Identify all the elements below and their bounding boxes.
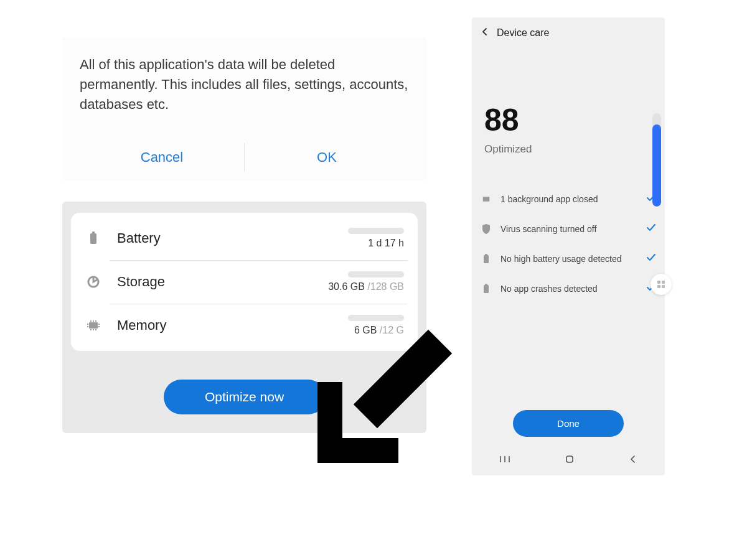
home-icon — [565, 454, 575, 464]
back-button[interactable] — [481, 27, 489, 39]
battery-row[interactable]: Battery 1 d 17 h — [73, 217, 415, 260]
svg-rect-1 — [92, 231, 95, 233]
value-main: 30.6 GB — [328, 281, 367, 292]
device-summary-card: Battery 1 d 17 h Storage 30.6 GB /128 GB — [71, 213, 418, 351]
list-item: 1 background app closed — [481, 184, 656, 214]
dialog-message: All of this application's data will be d… — [80, 55, 409, 114]
score-meter — [652, 113, 661, 207]
svg-rect-26 — [657, 285, 660, 288]
floating-toolbox-button[interactable] — [651, 274, 672, 295]
recents-button[interactable] — [499, 455, 510, 466]
svg-rect-11 — [93, 329, 94, 330]
svg-marker-14 — [317, 382, 398, 463]
list-item: No high battery usage detected — [481, 244, 656, 274]
value-muted: /128 GB — [367, 281, 404, 292]
ok-button[interactable]: OK — [245, 137, 409, 180]
memory-bar — [348, 315, 404, 321]
page-title: Device care — [497, 27, 549, 39]
nav-back-button[interactable] — [629, 455, 637, 466]
chevron-left-icon — [629, 455, 637, 464]
svg-rect-12 — [95, 329, 96, 330]
list-item: No app crashes detected — [481, 274, 656, 304]
svg-rect-10 — [90, 329, 92, 330]
score-area: 88 Optimized — [472, 45, 665, 173]
svg-rect-27 — [662, 285, 665, 288]
list-item: Virus scanning turned off — [481, 214, 656, 244]
recents-icon — [499, 455, 510, 464]
svg-rect-4 — [87, 326, 88, 327]
list-item-text: 1 background app closed — [500, 194, 637, 204]
svg-rect-24 — [657, 281, 660, 284]
device-care-header: Device care — [472, 17, 665, 45]
chevron-left-icon — [481, 27, 489, 36]
svg-rect-23 — [566, 456, 573, 462]
svg-rect-8 — [93, 320, 94, 322]
svg-rect-16 — [484, 255, 489, 263]
device-care-screen: Device care 88 Optimized 1 background ap… — [472, 17, 665, 475]
row-label: Storage — [117, 274, 311, 290]
cancel-button[interactable]: Cancel — [80, 137, 244, 180]
svg-rect-5 — [98, 324, 100, 325]
value-main: 6 GB — [354, 325, 380, 335]
home-button[interactable] — [565, 454, 575, 467]
svg-rect-2 — [89, 322, 98, 329]
android-nav-bar — [472, 447, 665, 475]
optimization-list: 1 background app closed Virus scanning t… — [472, 173, 665, 399]
check-icon — [646, 253, 656, 265]
svg-rect-0 — [90, 233, 96, 244]
svg-rect-19 — [485, 284, 487, 285]
svg-rect-6 — [98, 326, 100, 327]
svg-rect-3 — [87, 324, 88, 325]
row-label: Battery — [117, 230, 311, 246]
svg-rect-9 — [95, 320, 96, 322]
storage-row[interactable]: Storage 30.6 GB /128 GB — [73, 260, 415, 304]
score-meter-fill — [652, 124, 661, 207]
row-label: Memory — [117, 317, 311, 334]
storage-value: 30.6 GB /128 GB — [328, 281, 404, 292]
svg-rect-7 — [90, 320, 92, 322]
storage-bar — [348, 271, 404, 278]
value-muted: /12 G — [380, 325, 404, 335]
list-item-text: Virus scanning turned off — [500, 224, 637, 234]
row-right: 30.6 GB /128 GB — [311, 271, 404, 292]
storage-icon — [85, 276, 102, 288]
battery-value: 1 d 17 h — [368, 238, 404, 249]
memory-icon — [481, 195, 492, 203]
battery-icon — [481, 284, 492, 294]
svg-rect-17 — [485, 254, 487, 255]
device-summary-panel: Battery 1 d 17 h Storage 30.6 GB /128 GB — [62, 202, 426, 433]
svg-rect-18 — [484, 285, 489, 293]
done-button[interactable]: Done — [513, 410, 624, 437]
score-value: 88 — [484, 105, 652, 136]
optimize-now-button[interactable]: Optimize now — [164, 380, 326, 414]
dialog-actions: Cancel OK — [80, 137, 409, 180]
row-right: 1 d 17 h — [311, 228, 404, 249]
check-icon — [646, 223, 656, 235]
score-status: Optimized — [484, 143, 652, 156]
memory-row[interactable]: Memory 6 GB /12 G — [73, 304, 415, 347]
battery-bar — [348, 228, 404, 234]
svg-rect-15 — [483, 197, 490, 202]
memory-value: 6 GB /12 G — [354, 325, 404, 336]
svg-rect-25 — [662, 281, 665, 284]
grid-icon — [656, 279, 666, 289]
delete-data-dialog: All of this application's data will be d… — [62, 37, 426, 180]
memory-icon — [85, 320, 102, 330]
value-main: 1 d 17 h — [368, 238, 404, 248]
row-right: 6 GB /12 G — [311, 315, 404, 336]
list-item-text: No high battery usage detected — [500, 254, 637, 264]
battery-icon — [85, 231, 102, 245]
shield-icon — [481, 224, 492, 234]
battery-icon — [481, 254, 492, 264]
list-item-text: No app crashes detected — [500, 284, 637, 294]
